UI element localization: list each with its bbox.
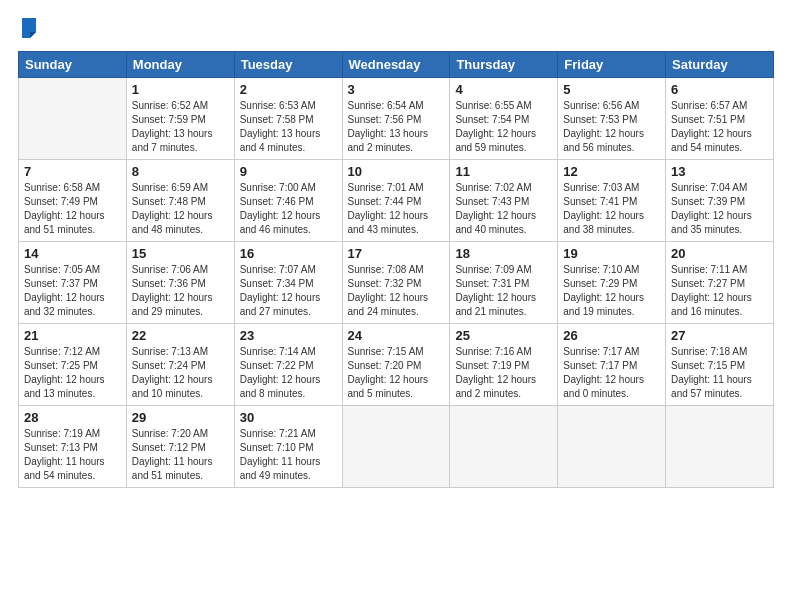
svg-marker-1 — [30, 32, 36, 38]
day-info-line: Sunset: 7:34 PM — [240, 278, 314, 289]
calendar-cell: 26Sunrise: 7:17 AMSunset: 7:17 PMDayligh… — [558, 323, 666, 405]
day-info-line: and 51 minutes. — [24, 224, 95, 235]
day-info-line: Sunrise: 7:14 AM — [240, 346, 316, 357]
day-info-line: Daylight: 12 hours — [240, 210, 321, 221]
day-info: Sunrise: 7:12 AMSunset: 7:25 PMDaylight:… — [24, 345, 121, 401]
calendar-cell: 7Sunrise: 6:58 AMSunset: 7:49 PMDaylight… — [19, 159, 127, 241]
day-header-sunday: Sunday — [19, 51, 127, 77]
calendar-cell — [666, 405, 774, 487]
calendar-cell: 4Sunrise: 6:55 AMSunset: 7:54 PMDaylight… — [450, 77, 558, 159]
calendar-cell — [342, 405, 450, 487]
day-info-line: and 8 minutes. — [240, 388, 306, 399]
day-number: 4 — [455, 82, 552, 97]
day-number: 2 — [240, 82, 337, 97]
day-number: 13 — [671, 164, 768, 179]
calendar-cell: 25Sunrise: 7:16 AMSunset: 7:19 PMDayligh… — [450, 323, 558, 405]
day-info-line: Sunrise: 7:10 AM — [563, 264, 639, 275]
calendar-cell: 1Sunrise: 6:52 AMSunset: 7:59 PMDaylight… — [126, 77, 234, 159]
day-number: 16 — [240, 246, 337, 261]
day-info-line: Daylight: 12 hours — [24, 292, 105, 303]
day-info: Sunrise: 7:00 AMSunset: 7:46 PMDaylight:… — [240, 181, 337, 237]
day-info-line: Sunrise: 7:21 AM — [240, 428, 316, 439]
day-info-line: and 13 minutes. — [24, 388, 95, 399]
page: SundayMondayTuesdayWednesdayThursdayFrid… — [0, 0, 792, 612]
day-info-line: Sunset: 7:31 PM — [455, 278, 529, 289]
day-info-line: Daylight: 12 hours — [24, 374, 105, 385]
day-info: Sunrise: 6:54 AMSunset: 7:56 PMDaylight:… — [348, 99, 445, 155]
day-info-line: Sunrise: 6:57 AM — [671, 100, 747, 111]
day-info-line: Sunset: 7:12 PM — [132, 442, 206, 453]
day-header-saturday: Saturday — [666, 51, 774, 77]
day-info-line: Daylight: 12 hours — [132, 292, 213, 303]
day-info-line: Daylight: 12 hours — [24, 210, 105, 221]
day-info-line: Sunset: 7:10 PM — [240, 442, 314, 453]
day-info-line: Sunset: 7:36 PM — [132, 278, 206, 289]
day-info-line: and 51 minutes. — [132, 470, 203, 481]
calendar-cell: 13Sunrise: 7:04 AMSunset: 7:39 PMDayligh… — [666, 159, 774, 241]
day-info: Sunrise: 7:21 AMSunset: 7:10 PMDaylight:… — [240, 427, 337, 483]
day-info-line: Daylight: 12 hours — [455, 374, 536, 385]
day-info: Sunrise: 7:09 AMSunset: 7:31 PMDaylight:… — [455, 263, 552, 319]
day-info: Sunrise: 7:19 AMSunset: 7:13 PMDaylight:… — [24, 427, 121, 483]
day-number: 10 — [348, 164, 445, 179]
day-info-line: Daylight: 12 hours — [671, 128, 752, 139]
calendar-cell: 29Sunrise: 7:20 AMSunset: 7:12 PMDayligh… — [126, 405, 234, 487]
day-header-wednesday: Wednesday — [342, 51, 450, 77]
day-info-line: Sunset: 7:32 PM — [348, 278, 422, 289]
day-info-line: and 21 minutes. — [455, 306, 526, 317]
day-number: 28 — [24, 410, 121, 425]
day-info-line: Daylight: 12 hours — [563, 374, 644, 385]
logo — [18, 16, 38, 43]
day-info: Sunrise: 7:15 AMSunset: 7:20 PMDaylight:… — [348, 345, 445, 401]
day-info-line: and 2 minutes. — [455, 388, 521, 399]
day-info-line: Daylight: 12 hours — [132, 374, 213, 385]
day-info-line: Sunrise: 6:59 AM — [132, 182, 208, 193]
day-info-line: and 48 minutes. — [132, 224, 203, 235]
day-info-line: Sunset: 7:54 PM — [455, 114, 529, 125]
day-number: 5 — [563, 82, 660, 97]
day-info: Sunrise: 7:02 AMSunset: 7:43 PMDaylight:… — [455, 181, 552, 237]
day-info-line: Daylight: 12 hours — [671, 292, 752, 303]
day-header-thursday: Thursday — [450, 51, 558, 77]
day-info-line: and 4 minutes. — [240, 142, 306, 153]
day-info-line: Sunset: 7:29 PM — [563, 278, 637, 289]
day-info-line: Sunrise: 7:15 AM — [348, 346, 424, 357]
day-info-line: and 19 minutes. — [563, 306, 634, 317]
day-header-friday: Friday — [558, 51, 666, 77]
calendar-cell: 24Sunrise: 7:15 AMSunset: 7:20 PMDayligh… — [342, 323, 450, 405]
day-info-line: Sunset: 7:46 PM — [240, 196, 314, 207]
day-info-line: Sunset: 7:24 PM — [132, 360, 206, 371]
day-info-line: Sunrise: 7:16 AM — [455, 346, 531, 357]
week-row-5: 28Sunrise: 7:19 AMSunset: 7:13 PMDayligh… — [19, 405, 774, 487]
day-info-line: Daylight: 12 hours — [348, 210, 429, 221]
day-info-line: Sunset: 7:56 PM — [348, 114, 422, 125]
calendar-cell: 5Sunrise: 6:56 AMSunset: 7:53 PMDaylight… — [558, 77, 666, 159]
day-info: Sunrise: 7:17 AMSunset: 7:17 PMDaylight:… — [563, 345, 660, 401]
svg-marker-0 — [22, 18, 36, 38]
calendar-cell: 12Sunrise: 7:03 AMSunset: 7:41 PMDayligh… — [558, 159, 666, 241]
day-number: 25 — [455, 328, 552, 343]
day-info-line: Sunset: 7:15 PM — [671, 360, 745, 371]
day-number: 8 — [132, 164, 229, 179]
day-number: 18 — [455, 246, 552, 261]
day-info-line: Sunset: 7:37 PM — [24, 278, 98, 289]
day-info: Sunrise: 7:10 AMSunset: 7:29 PMDaylight:… — [563, 263, 660, 319]
day-info-line: Sunrise: 7:07 AM — [240, 264, 316, 275]
calendar-cell: 10Sunrise: 7:01 AMSunset: 7:44 PMDayligh… — [342, 159, 450, 241]
day-info-line: Sunrise: 7:08 AM — [348, 264, 424, 275]
day-info-line: Sunset: 7:51 PM — [671, 114, 745, 125]
day-info-line: Sunrise: 6:58 AM — [24, 182, 100, 193]
calendar-cell: 23Sunrise: 7:14 AMSunset: 7:22 PMDayligh… — [234, 323, 342, 405]
day-info: Sunrise: 6:53 AMSunset: 7:58 PMDaylight:… — [240, 99, 337, 155]
day-number: 1 — [132, 82, 229, 97]
day-header-monday: Monday — [126, 51, 234, 77]
day-info-line: and 24 minutes. — [348, 306, 419, 317]
day-info-line: Sunset: 7:58 PM — [240, 114, 314, 125]
day-info-line: Daylight: 12 hours — [563, 128, 644, 139]
day-number: 6 — [671, 82, 768, 97]
day-info-line: Sunrise: 7:11 AM — [671, 264, 747, 275]
day-number: 20 — [671, 246, 768, 261]
day-info-line: Sunrise: 7:12 AM — [24, 346, 100, 357]
day-number: 11 — [455, 164, 552, 179]
calendar-cell: 20Sunrise: 7:11 AMSunset: 7:27 PMDayligh… — [666, 241, 774, 323]
